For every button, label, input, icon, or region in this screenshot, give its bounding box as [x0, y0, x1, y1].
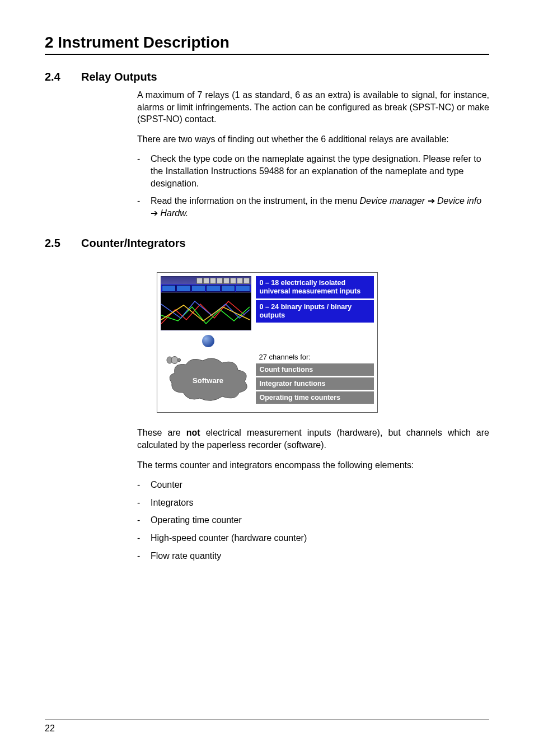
page-number: 22 [45, 724, 55, 733]
diagram-box-count: Count functions [256, 363, 374, 376]
bullet-dash: - [137, 479, 151, 491]
connector-dot [202, 335, 214, 347]
bullet-text: Read the information on the instrument, … [151, 195, 489, 219]
bullet-dash: - [137, 514, 151, 526]
paragraph: There are two ways of finding out whethe… [137, 133, 489, 146]
section-title: Counter/Integrators [81, 237, 186, 250]
section-header-2-5: 2.5 Counter/Integrators [45, 237, 489, 250]
bullet-dash: - [137, 532, 151, 544]
bullet-dash: - [137, 153, 151, 189]
diagram: 0 – 18 electrically isolated universal m… [157, 272, 378, 413]
list-item: - High-speed counter (hardware counter) [137, 532, 489, 544]
arrow-icon: ➔ [428, 196, 435, 206]
bullet-text: Counter [151, 479, 489, 491]
software-cloud: Software [166, 356, 250, 404]
list-item: - Operating time counter [137, 514, 489, 526]
chapter-title: 2 Instrument Description [45, 34, 489, 55]
list-item: - Read the information on the instrument… [137, 195, 489, 219]
diagram-box-binary: 0 – 24 binary inputs / binary outputs [256, 300, 374, 323]
list-item: - Check the type code on the nameplate a… [137, 153, 489, 189]
diagram-box-inputs: 0 – 18 electrically isolated universal m… [256, 276, 374, 298]
diagram-channels-label: 27 channels for: [259, 353, 374, 361]
trend-lines-icon [161, 293, 251, 330]
text: Read the information on the instrument, … [151, 196, 360, 206]
section-title: Relay Outputs [81, 71, 157, 83]
page-footer: 22 [45, 720, 489, 734]
list-item: - Counter [137, 479, 489, 491]
connector-icon [166, 356, 181, 364]
bullet-text: Check the type code on the nameplate aga… [151, 153, 489, 189]
text-bold: not [186, 428, 200, 437]
bullet-text: Integrators [151, 497, 489, 509]
section-number: 2.4 [45, 71, 81, 83]
bullet-text: Operating time counter [151, 514, 489, 526]
bullet-text: High-speed counter (hardware counter) [151, 532, 489, 544]
device-thumbnail [161, 276, 251, 330]
text: These are [137, 428, 186, 437]
paragraph: The terms counter and integrators encomp… [137, 459, 489, 472]
software-label: Software [166, 376, 250, 385]
section-header-2-4: 2.4 Relay Outputs [45, 71, 489, 83]
section-number: 2.5 [45, 237, 81, 250]
diagram-box-integrator: Integrator functions [256, 377, 374, 390]
menu-path: Device info [437, 196, 481, 206]
bullet-text: Flow rate quantity [151, 550, 489, 562]
diagram-box-optime: Operating time counters [256, 391, 374, 404]
svg-point-1 [171, 357, 178, 364]
list-item: - Integrators [137, 497, 489, 509]
svg-point-2 [177, 358, 180, 362]
bullet-dash: - [137, 550, 151, 562]
arrow-icon: ➔ [151, 208, 158, 218]
list-item: - Flow rate quantity [137, 550, 489, 562]
bullet-dash: - [137, 497, 151, 509]
menu-path: Device manager [360, 196, 425, 206]
bullet-dash: - [137, 195, 151, 219]
paragraph: These are not electrical measurement inp… [137, 427, 489, 451]
menu-path: Hardw. [160, 208, 188, 218]
paragraph: A maximum of 7 relays (1 as standard, 6 … [137, 89, 489, 125]
